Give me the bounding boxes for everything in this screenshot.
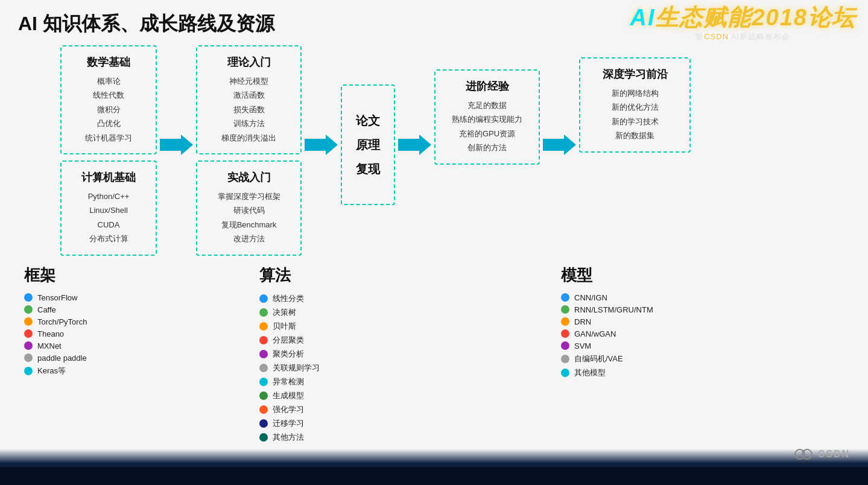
algo-name-5: 聚类分析 xyxy=(273,349,304,360)
fw-item-2: Caffe xyxy=(24,305,145,314)
math-box: 数学基础 概率论 线性代数 微积分 凸优化 统计机器学习 xyxy=(60,45,157,154)
advanced-item-4: 创新的方法 xyxy=(448,141,527,154)
fw-dot-1 xyxy=(24,293,33,302)
practice-items: 掌握深度学习框架 研读代码 复现Benchmark 改进方法 xyxy=(209,189,288,246)
advanced-item-1: 充足的数据 xyxy=(448,98,527,112)
foundation-group: 数学基础 概率论 线性代数 微积分 凸优化 统计机器学习 计算机基础 Pytho… xyxy=(60,45,157,256)
main-content: 数学基础 概率论 线性代数 微积分 凸优化 统计机器学习 计算机基础 Pytho… xyxy=(12,42,856,443)
model-section: 模型 CNN/IGN RNN/LSTM/GRU/NTM DRN GAN/wGAN xyxy=(561,265,718,378)
algo-name-6: 关联规则学习 xyxy=(273,363,320,373)
model-item-4: GAN/wGAN xyxy=(561,329,718,338)
fw-name-6: paddle paddle xyxy=(37,353,87,363)
algo-dot-11 xyxy=(259,433,268,442)
fw-name-3: Torch/PyTorch xyxy=(37,317,87,326)
paper-line1: 论文 xyxy=(356,109,380,133)
bottom-section: 框架 TensorFlow Caffe Torch/PyTorch Theano xyxy=(24,265,856,443)
framework-legend: TensorFlow Caffe Torch/PyTorch Theano MX… xyxy=(24,293,145,376)
arrow1 xyxy=(157,45,196,244)
svg-point-5 xyxy=(802,449,812,459)
cs-item-2: Linux/Shell xyxy=(74,203,144,217)
algo-dot-4 xyxy=(259,336,268,344)
model-item-7: 其他模型 xyxy=(561,367,718,378)
paper-text: 论文 原理 复现 xyxy=(356,109,380,181)
model-dot-3 xyxy=(561,317,569,326)
model-dot-5 xyxy=(561,341,569,350)
svg-marker-0 xyxy=(160,135,193,155)
model-name-3: DRN xyxy=(574,317,591,326)
cs-items: Python/C++ Linux/Shell CUDA 分布式计算 xyxy=(74,189,144,246)
fw-dot-3 xyxy=(24,317,33,326)
practice-title: 实战入门 xyxy=(209,170,288,185)
paper-box: 论文 原理 复现 xyxy=(341,84,395,205)
model-dot-7 xyxy=(561,369,569,377)
framework-label: 框架 xyxy=(24,265,145,286)
fw-dot-5 xyxy=(24,341,33,350)
deep-box: 深度学习前沿 新的网络结构 新的优化方法 新的学习技术 新的数据集 xyxy=(579,57,691,153)
algo-name-4: 分层聚类 xyxy=(273,335,304,346)
theory-item-5: 梯度的消失溢出 xyxy=(209,131,288,145)
fw-item-6: paddle paddle xyxy=(24,353,145,363)
bg-bottom-dark xyxy=(0,467,868,485)
theory-item-2: 激活函数 xyxy=(209,88,288,102)
practice-item-4: 改进方法 xyxy=(209,232,288,246)
deep-item-3: 新的学习技术 xyxy=(592,115,677,128)
algo-item-6: 关联规则学习 xyxy=(259,363,380,373)
practice-item-1: 掌握深度学习框架 xyxy=(209,189,288,203)
csdn-label: CSDN xyxy=(818,449,850,460)
algo-name-3: 贝叶斯 xyxy=(273,321,296,332)
fw-item-1: TensorFlow xyxy=(24,293,145,302)
fw-name-7: Keras等 xyxy=(37,366,66,376)
model-dot-6 xyxy=(561,355,569,363)
csdn-text: CSDN xyxy=(704,32,729,41)
model-item-3: DRN xyxy=(561,317,718,326)
fw-name-2: Caffe xyxy=(37,305,56,314)
model-item-5: SVM xyxy=(561,341,718,350)
framework-section: 框架 TensorFlow Caffe Torch/PyTorch Theano xyxy=(24,265,145,376)
practice-item-2: 研读代码 xyxy=(209,203,288,217)
algo-name-7: 异常检测 xyxy=(273,376,304,387)
algo-dot-1 xyxy=(259,294,268,303)
algo-item-10: 迁移学习 xyxy=(259,418,380,429)
model-item-6: 自编码机/VAE xyxy=(561,353,718,364)
algo-name-2: 决策树 xyxy=(273,307,296,318)
fw-item-4: Theano xyxy=(24,329,145,338)
deep-item-1: 新的网络结构 xyxy=(592,86,677,100)
fw-dot-2 xyxy=(24,305,33,314)
fw-dot-7 xyxy=(24,367,33,375)
fw-name-1: TensorFlow xyxy=(37,293,77,302)
model-item-2: RNN/LSTM/GRU/NTM xyxy=(561,305,718,314)
fw-dot-6 xyxy=(24,353,33,362)
fw-item-3: Torch/PyTorch xyxy=(24,317,145,326)
math-items: 概率论 线性代数 微积分 凸优化 统计机器学习 xyxy=(74,74,144,145)
math-title: 数学基础 xyxy=(74,55,144,69)
deep-item-4: 新的数据集 xyxy=(592,128,677,142)
fw-name-5: MXNet xyxy=(37,341,62,350)
model-label: 模型 xyxy=(561,265,718,286)
algo-dot-8 xyxy=(259,391,268,400)
svg-marker-2 xyxy=(398,135,431,155)
advanced-box: 进阶经验 充足的数据 熟练的编程实现能力 充裕的GPU资源 创新的方法 xyxy=(434,69,540,165)
algo-name-8: 生成模型 xyxy=(273,390,304,401)
intro-group: 理论入门 神经元模型 激活函数 损失函数 训练方法 梯度的消失溢出 实战入门 掌… xyxy=(196,45,302,256)
algo-dot-10 xyxy=(259,419,268,428)
algorithm-legend: 线性分类 决策树 贝叶斯 分层聚类 聚类分析 xyxy=(259,293,380,443)
cs-item-4: 分布式计算 xyxy=(74,232,144,246)
advanced-title: 进阶经验 xyxy=(448,79,527,94)
page-title: AI 知识体系、成长路线及资源 xyxy=(18,11,274,37)
cs-title: 计算机基础 xyxy=(74,170,144,185)
paper-line2: 原理 xyxy=(356,133,380,157)
cs-item-1: Python/C++ xyxy=(74,189,144,203)
algo-name-1: 线性分类 xyxy=(273,293,304,304)
algo-dot-3 xyxy=(259,322,268,331)
deep-items: 新的网络结构 新的优化方法 新的学习技术 新的数据集 xyxy=(592,86,677,143)
svg-marker-3 xyxy=(543,135,576,155)
logo-subtitle: 暨CSDN AI新战略发布会 xyxy=(630,31,856,42)
arrow2 xyxy=(302,45,341,244)
algo-name-9: 强化学习 xyxy=(273,404,304,415)
algo-item-4: 分层聚类 xyxy=(259,335,380,346)
theory-title: 理论入门 xyxy=(209,55,288,69)
logo-main-text: 生态赋能2018论坛 xyxy=(655,5,856,30)
csdn-watermark: CSDN xyxy=(794,445,850,464)
math-item-4: 凸优化 xyxy=(74,116,144,130)
advanced-item-2: 熟练的编程实现能力 xyxy=(448,112,527,126)
